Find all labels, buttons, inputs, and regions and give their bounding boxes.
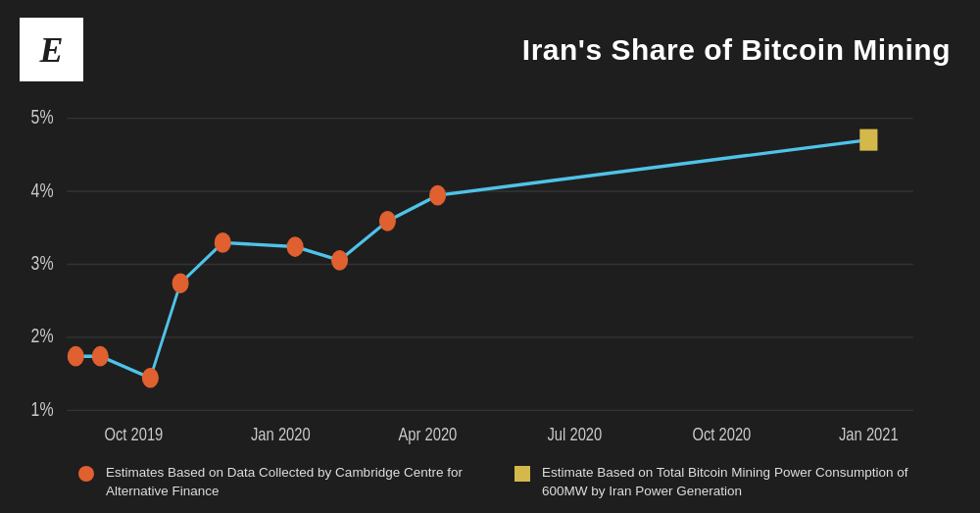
svg-rect-25 <box>859 129 877 151</box>
legend-square-label: Estimate Based on Total Bitcoin Mining P… <box>542 464 921 501</box>
svg-text:Jan 2020: Jan 2020 <box>251 424 311 443</box>
svg-text:1%: 1% <box>31 398 54 420</box>
main-container: E Iran's Share of Bitcoin Mining 5% 4% 3… <box>0 0 980 513</box>
svg-point-16 <box>68 347 83 366</box>
chart-svg: 5% 4% 3% 2% 1% Oct 2019 Jan 2020 Apr 202… <box>0 91 980 456</box>
logo-icon: E <box>39 29 63 71</box>
svg-point-21 <box>287 237 303 256</box>
logo-box: E <box>20 18 83 81</box>
legend-item-dots: Estimates Based on Data Collected by Cam… <box>78 464 485 501</box>
page-title: Iran's Share of Bitcoin Mining <box>103 33 951 67</box>
svg-text:2%: 2% <box>31 326 54 347</box>
legend-dot-icon <box>78 466 94 482</box>
svg-point-17 <box>92 347 108 366</box>
chart-area: 5% 4% 3% 2% 1% Oct 2019 Jan 2020 Apr 202… <box>0 91 980 456</box>
svg-text:Oct 2020: Oct 2020 <box>692 424 751 443</box>
legend: Estimates Based on Data Collected by Cam… <box>0 456 980 513</box>
legend-dot-label: Estimates Based on Data Collected by Cam… <box>106 464 485 501</box>
svg-text:Jan 2021: Jan 2021 <box>839 424 899 443</box>
svg-text:Jul 2020: Jul 2020 <box>547 424 602 443</box>
svg-text:5%: 5% <box>31 107 54 128</box>
header: E Iran's Share of Bitcoin Mining <box>0 0 980 91</box>
svg-point-22 <box>332 251 348 270</box>
svg-point-18 <box>142 369 158 387</box>
svg-point-19 <box>172 274 188 292</box>
svg-text:4%: 4% <box>31 180 54 201</box>
svg-text:3%: 3% <box>31 253 54 275</box>
svg-point-23 <box>380 212 396 231</box>
legend-square-icon <box>514 466 530 482</box>
svg-text:Oct 2019: Oct 2019 <box>104 424 163 443</box>
svg-point-20 <box>215 233 230 252</box>
svg-point-24 <box>430 186 446 205</box>
legend-item-square: Estimate Based on Total Bitcoin Mining P… <box>514 464 921 501</box>
svg-text:Apr 2020: Apr 2020 <box>398 424 457 443</box>
